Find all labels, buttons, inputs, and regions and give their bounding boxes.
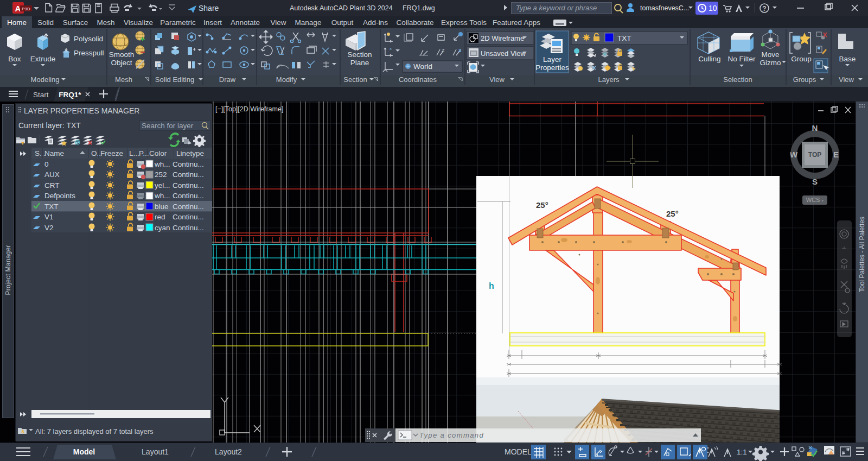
svg-text:View: View (489, 75, 505, 84)
svg-text:LAYER PROPERTIES MANAGER: LAYER PROPERTIES MANAGER (24, 106, 139, 115)
svg-text:red: red (155, 213, 165, 221)
svg-text:Object: Object (111, 59, 132, 67)
svg-text:Layers: Layers (598, 75, 620, 84)
svg-text:wh...: wh... (154, 192, 170, 200)
svg-text:wh...: wh... (154, 160, 170, 168)
svg-text:10: 10 (709, 4, 717, 12)
svg-text:A: A (15, 4, 21, 13)
svg-text:Smooth: Smooth (109, 50, 135, 59)
svg-text:Layer: Layer (543, 55, 561, 64)
svg-text:Freeze: Freeze (100, 149, 123, 157)
svg-text:AUX: AUX (44, 170, 60, 179)
svg-text:N: N (812, 123, 818, 132)
svg-text:Defpoints: Defpoints (44, 192, 75, 200)
svg-text:Selection: Selection (723, 75, 752, 84)
svg-text:L...: L... (129, 149, 139, 157)
svg-text:Current layer: TXT: Current layer: TXT (18, 121, 81, 130)
svg-text:View: View (839, 75, 854, 84)
svg-text:Solid Editing: Solid Editing (155, 75, 194, 84)
svg-text:Modify: Modify (276, 75, 297, 84)
svg-text:W: W (790, 150, 798, 159)
svg-text:P3D: P3D (22, 7, 30, 11)
svg-text:Modeling: Modeling (31, 75, 60, 84)
svg-text:MODEL: MODEL (505, 447, 532, 456)
svg-text:Z: Z (442, 48, 445, 53)
svg-text:Layout1: Layout1 (142, 447, 169, 456)
svg-text:Draw: Draw (219, 75, 236, 84)
svg-text:x: x (390, 46, 392, 51)
svg-text:No Filter: No Filter (727, 55, 756, 63)
svg-text:Section: Section (347, 50, 372, 59)
svg-text:25°: 25° (666, 209, 679, 218)
svg-text:25°: 25° (536, 200, 548, 210)
svg-text:CRT: CRT (44, 181, 60, 190)
svg-text:V1: V1 (44, 213, 54, 221)
svg-text:cyan: cyan (155, 224, 170, 232)
svg-text:Extrude: Extrude (30, 55, 56, 63)
svg-text:Section: Section (343, 75, 367, 84)
svg-text:Base: Base (839, 55, 856, 63)
svg-text:Mesh: Mesh (115, 75, 132, 84)
svg-text:O..: O.. (91, 149, 101, 157)
svg-text:Layout2: Layout2 (215, 447, 242, 456)
svg-text:World: World (413, 62, 432, 71)
svg-text:Box: Box (8, 55, 21, 63)
svg-text:Continu...: Continu... (173, 160, 204, 168)
svg-text:TOP: TOP (808, 151, 821, 159)
svg-text:Presspull: Presspull (74, 49, 104, 57)
svg-text:Plane: Plane (350, 59, 369, 67)
svg-text:0: 0 (44, 160, 49, 168)
svg-text:Continu...: Continu... (173, 192, 204, 200)
svg-text:Polysolid: Polysolid (74, 35, 103, 43)
svg-text:Search for layer: Search for layer (142, 122, 194, 130)
svg-text:Share: Share (199, 4, 219, 12)
svg-text:Linetype: Linetype (176, 149, 204, 157)
svg-text:Properties: Properties (535, 64, 569, 72)
svg-text:yel...: yel... (155, 181, 170, 190)
svg-text:blue: blue (155, 203, 169, 211)
svg-text:3: 3 (458, 48, 461, 53)
svg-text:tomasfnevesC...: tomasfnevesC... (640, 4, 689, 12)
svg-text:Continu...: Continu... (173, 213, 204, 221)
svg-text:Color: Color (149, 149, 167, 157)
svg-text:Model: Model (73, 447, 95, 456)
svg-text:2D Wireframe: 2D Wireframe (481, 34, 524, 42)
svg-text:1:1: 1:1 (737, 448, 747, 456)
svg-text:Unsaved View: Unsaved View (481, 49, 526, 58)
svg-text:?: ? (762, 5, 766, 12)
svg-text:E: E (833, 150, 839, 159)
svg-text:V2: V2 (44, 224, 54, 232)
svg-text:Continu...: Continu... (173, 224, 204, 232)
svg-text:All: 7 layers displayed of 7 t: All: 7 layers displayed of 7 total layer… (35, 427, 154, 435)
svg-text:252: 252 (155, 170, 167, 179)
svg-text:Continu...: Continu... (173, 203, 204, 211)
svg-text:h: h (489, 281, 494, 291)
svg-text:Culling: Culling (698, 55, 720, 63)
svg-text:Name: Name (44, 149, 64, 157)
svg-text:Continu...: Continu... (173, 181, 204, 190)
svg-text:TXT: TXT (617, 34, 631, 42)
svg-text:Continu...: Continu... (173, 170, 204, 179)
svg-text:Move: Move (761, 50, 779, 59)
svg-text:Group: Group (791, 55, 812, 63)
svg-text:Coordinates: Coordinates (399, 75, 437, 84)
svg-text:S: S (812, 177, 818, 186)
svg-text:Groups: Groups (793, 75, 816, 84)
svg-text:Type a command: Type a command (419, 431, 484, 439)
svg-text:Gizmo: Gizmo (760, 59, 781, 67)
svg-text:TXT: TXT (44, 203, 59, 211)
